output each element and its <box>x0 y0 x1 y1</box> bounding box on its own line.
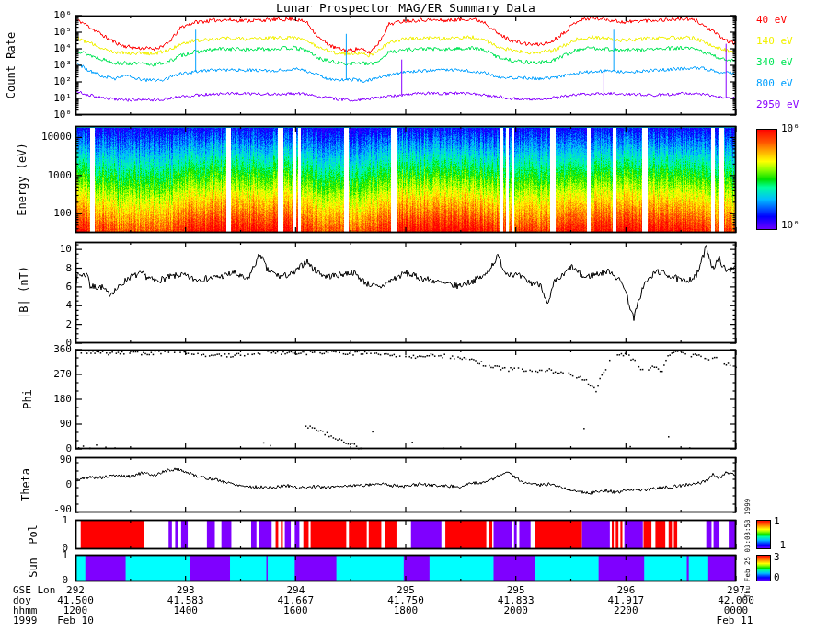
plot-timestamp: Thu Feb 25 03:03:53 1999 <box>743 499 752 598</box>
y-tick-label-count-rate: 10² <box>53 75 72 87</box>
y-tick-label-bmag: 10 <box>60 243 72 255</box>
plots-canvas <box>0 0 828 644</box>
legend-item-800ev: 800 eV <box>756 77 793 89</box>
y-tick-label-theta: 90 <box>60 454 72 466</box>
y-axis-label-theta: Theta <box>19 468 32 501</box>
legend-item-2950ev: 2950 eV <box>756 98 799 110</box>
y-tick-label-pol: 1 <box>62 514 68 526</box>
legend-item-340ev: 340 eV <box>756 56 793 68</box>
y-tick-label-theta: -90 <box>53 503 72 515</box>
y-tick-label-bmag: 8 <box>65 261 72 273</box>
x-tick-label-hhmm: 1400 <box>173 604 198 616</box>
y-tick-label-energy: 100 <box>53 207 72 219</box>
y-axis-label-phi: Phi <box>21 389 34 409</box>
y-tick-label-count-rate: 10³ <box>53 59 72 71</box>
y-tick-label-bmag: 6 <box>65 281 72 293</box>
y-axis-label-count-rate: Count Rate <box>5 32 17 98</box>
y-tick-label-sun: 1 <box>62 549 68 561</box>
lunar-prospector-summary-figure: Lunar Prospector MAG/ER Summary Data Cou… <box>0 0 828 644</box>
y-axis-label-energy: Energy (eV) <box>16 143 29 215</box>
x-tick-label-hhmm: 2200 <box>614 604 638 616</box>
y-tick-label-phi: 270 <box>53 368 72 380</box>
y-tick-label-energy: 1000 <box>48 169 73 181</box>
colorbar-sun-bottom-label: 0 <box>774 571 780 583</box>
colorbar-pol-top-label: 1 <box>774 515 780 527</box>
y-tick-label-phi: 90 <box>60 418 72 430</box>
y-tick-label-theta: 0 <box>65 478 72 490</box>
colorbar-main-bottom-label: 10⁰ <box>781 219 799 231</box>
x-tick-label-date: Feb 11 <box>717 615 753 627</box>
y-tick-label-bmag: 4 <box>65 299 72 311</box>
legend-item-40ev: 40 eV <box>756 14 787 26</box>
colorbar-sun-top-label: 3 <box>774 551 780 563</box>
x-tick-label-date: Feb 10 <box>57 615 94 627</box>
y-axis-label-sun: Sun <box>27 558 40 578</box>
y-axis-label-bmag: |B| (nT) <box>17 266 30 319</box>
x-axis-row-label-year: 1999 <box>13 615 38 627</box>
y-axis-label-pol: Pol <box>27 524 40 545</box>
legend-item-140ev: 140 eV <box>756 35 793 47</box>
y-tick-label-phi: 360 <box>53 343 72 355</box>
y-tick-label-count-rate: 10⁶ <box>53 9 72 21</box>
y-tick-label-phi: 180 <box>53 393 72 405</box>
y-tick-label-count-rate: 10⁵ <box>53 26 72 38</box>
colorbar-main-top-label: 10⁶ <box>781 122 799 134</box>
y-tick-label-energy: 10000 <box>41 131 72 143</box>
y-tick-label-count-rate: 10⁰ <box>53 109 72 121</box>
y-tick-label-bmag: 2 <box>65 317 72 329</box>
x-tick-label-hhmm: 1600 <box>283 604 308 616</box>
y-tick-label-count-rate: 10¹ <box>53 92 72 104</box>
page-title: Lunar Prospector MAG/ER Summary Data <box>75 1 736 15</box>
x-tick-label-hhmm: 1800 <box>394 604 419 616</box>
colorbar-pol-bottom-label: -1 <box>774 539 786 551</box>
x-tick-label-hhmm: 2000 <box>503 604 528 616</box>
y-tick-label-count-rate: 10⁴ <box>53 42 72 54</box>
